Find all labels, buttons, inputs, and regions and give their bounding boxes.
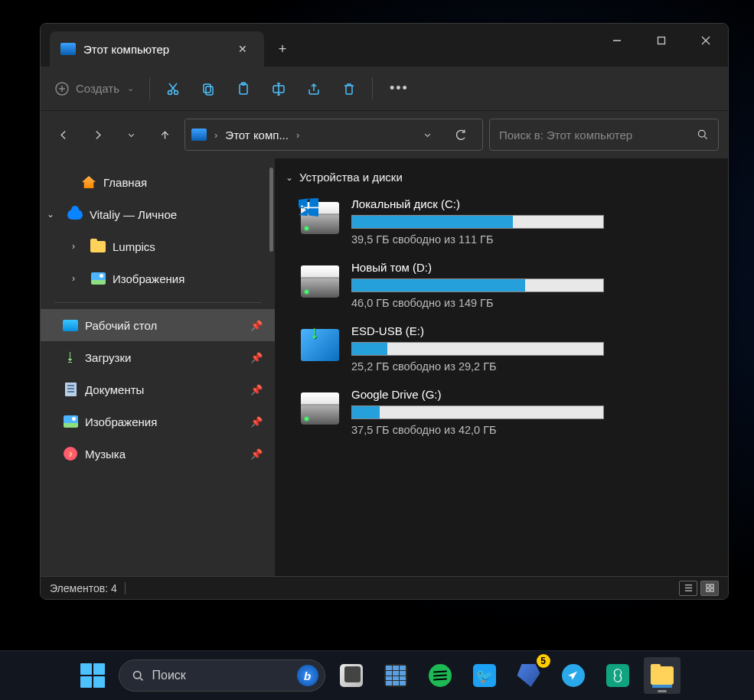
usage-bar	[351, 405, 604, 419]
pin-icon: 📌	[250, 320, 266, 331]
search-icon	[132, 669, 145, 682]
new-button[interactable]: Создать ⌄	[45, 73, 143, 105]
svg-point-29	[133, 671, 140, 678]
tab-this-pc[interactable]: Этот компьютер ✕	[50, 31, 264, 67]
pictures-icon	[64, 415, 78, 428]
usb-drive-icon	[301, 329, 339, 361]
drive-c[interactable]: Локальный диск (C:) 39,5 ГБ свободно из …	[278, 193, 728, 256]
share-button[interactable]	[297, 73, 331, 105]
sidebar-item-images[interactable]: › Изображения	[41, 262, 275, 295]
badge: 5	[537, 654, 550, 668]
monitor-icon	[191, 129, 207, 141]
twitter-icon: 🐦	[473, 664, 496, 687]
start-button[interactable]	[74, 657, 111, 694]
maximize-button[interactable]	[639, 24, 684, 57]
titlebar: Этот компьютер ✕ +	[41, 24, 728, 67]
delete-button[interactable]	[332, 73, 366, 105]
tiles-view-button[interactable]	[700, 581, 719, 596]
chevron-right-icon: ›	[293, 129, 302, 141]
pin-icon: 📌	[250, 416, 266, 428]
search-icon	[697, 129, 709, 141]
onedrive-icon	[67, 210, 83, 220]
group-header-devices[interactable]: ⌄ Устройства и диски	[278, 168, 728, 193]
history-button[interactable]	[117, 121, 145, 148]
sidebar-item-music[interactable]: ♪ Музыка 📌	[41, 438, 275, 470]
chevron-down-icon[interactable]: ⌄	[41, 209, 60, 220]
more-button[interactable]: •••	[379, 73, 419, 105]
downloads-icon: ⭳	[62, 350, 79, 365]
minimize-button[interactable]	[595, 24, 639, 57]
taskbar: Поиск b 🐦 5	[0, 650, 754, 700]
todo-icon	[517, 664, 540, 687]
drive-icon	[301, 392, 339, 425]
sidebar-item-home[interactable]: Главная	[41, 166, 275, 198]
paste-button[interactable]	[227, 73, 260, 105]
usage-bar	[351, 278, 604, 292]
details-view-button[interactable]	[679, 581, 697, 596]
svg-rect-27	[706, 588, 709, 591]
taskbar-chatgpt[interactable]	[599, 657, 636, 694]
sidebar-item-downloads[interactable]: ⭳ Загрузки 📌	[41, 341, 275, 373]
music-icon: ♪	[64, 447, 77, 461]
refresh-button[interactable]	[446, 121, 476, 148]
address-dropdown[interactable]	[413, 121, 441, 148]
taskbar-todo[interactable]: 5	[511, 657, 547, 694]
sidebar-item-desktop[interactable]: Рабочий стол 📌	[41, 309, 275, 341]
chevron-right-icon: ›	[211, 129, 220, 141]
scrollbar[interactable]	[269, 168, 273, 252]
usage-bar	[351, 342, 604, 356]
taskbar-search[interactable]: Поиск b	[119, 659, 325, 692]
taskbar-explorer[interactable]	[644, 657, 681, 694]
back-button[interactable]	[50, 121, 77, 148]
chevron-right-icon[interactable]: ›	[64, 241, 83, 252]
task-view-button[interactable]	[333, 657, 370, 694]
drive-e[interactable]: ESD-USB (E:) 25,2 ГБ свободно из 29,2 ГБ	[278, 320, 728, 383]
quick-access: Рабочий стол 📌 ⭳ Загрузки 📌 Документы 📌 …	[41, 309, 275, 470]
taskbar-spotify[interactable]	[422, 657, 459, 694]
sidebar-item-lumpics[interactable]: › Lumpics	[41, 230, 275, 262]
windows-icon	[80, 663, 105, 688]
drive-g[interactable]: Google Drive (G:) 37,5 ГБ свободно из 42…	[278, 383, 728, 447]
forward-button[interactable]	[83, 121, 111, 148]
svg-point-20	[698, 130, 705, 137]
search-box[interactable]: Поиск в: Этот компьютер	[489, 119, 719, 151]
pin-icon: 📌	[250, 384, 266, 396]
sidebar-item-pictures[interactable]: Изображения 📌	[41, 405, 275, 438]
copy-button[interactable]	[191, 73, 225, 105]
svg-line-30	[140, 678, 142, 680]
window-controls	[595, 24, 728, 67]
usage-bar	[351, 215, 604, 229]
rename-button[interactable]	[262, 73, 295, 105]
drive-icon	[301, 265, 339, 298]
taskbar-telegram[interactable]	[555, 657, 592, 694]
up-button[interactable]	[151, 121, 178, 148]
taskbar-twitter[interactable]: 🐦	[466, 657, 503, 694]
status-bar: Элементов: 4	[41, 576, 728, 599]
svg-line-21	[704, 136, 707, 138]
sidebar-item-documents[interactable]: Документы 📌	[41, 373, 275, 405]
drive-icon	[301, 202, 339, 234]
pictures-icon	[91, 272, 106, 285]
svg-rect-1	[658, 37, 665, 44]
spotify-icon	[429, 664, 452, 687]
new-tab-button[interactable]: +	[264, 31, 301, 67]
search-placeholder: Поиск в: Этот компьютер	[499, 129, 697, 142]
pin-icon: 📌	[250, 448, 266, 460]
item-count: Элементов: 4	[50, 582, 117, 594]
content-area: ⌄ Устройства и диски Локальный диск (C:)…	[275, 158, 728, 576]
calculator-icon	[384, 664, 407, 687]
drive-d[interactable]: Новый том (D:) 46,0 ГБ свободно из 149 Г…	[278, 256, 728, 320]
documents-icon	[65, 383, 77, 396]
taskbar-calculator[interactable]	[377, 657, 414, 694]
cut-button[interactable]	[156, 73, 190, 105]
chevron-down-icon: ⌄	[286, 172, 293, 183]
address-bar[interactable]: › Этот комп... ›	[184, 119, 483, 151]
svg-rect-25	[706, 584, 709, 588]
close-button[interactable]	[684, 24, 728, 57]
chevron-right-icon[interactable]: ›	[64, 273, 83, 284]
tab-close-icon[interactable]: ✕	[232, 38, 253, 60]
chevron-down-icon: ⌄	[127, 83, 134, 93]
sidebar-item-onedrive[interactable]: ⌄ Vitaliy — Личное	[41, 198, 275, 230]
desktop-icon	[63, 320, 78, 331]
breadcrumb-current[interactable]: Этот комп...	[225, 129, 289, 142]
